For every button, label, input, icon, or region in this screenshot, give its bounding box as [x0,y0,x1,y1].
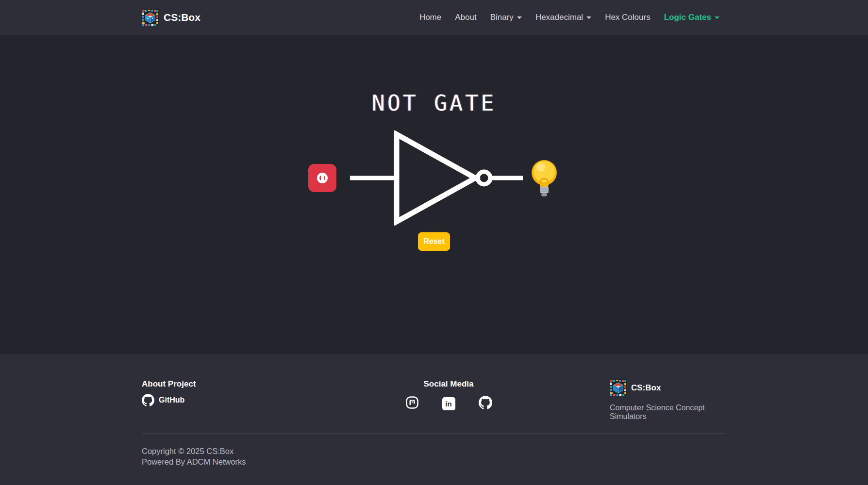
csbox-logo-icon [142,9,159,26]
inversion-bubble [478,172,490,184]
chevron-down-icon [517,16,522,19]
nav-item-label: Hexadecimal [535,13,583,22]
github-icon [142,394,154,406]
linkedin-icon[interactable]: in [442,397,455,410]
not-gate-diagram [308,130,560,226]
brand-text: CS:Box [164,12,200,23]
input-toggle-button[interactable] [308,164,336,192]
about-project-heading: About Project [142,379,287,389]
brand-link[interactable]: CS:Box [142,9,200,26]
github-link[interactable]: GitHub [142,394,287,406]
gate-title: NOT GATE [372,92,497,114]
lightbulb-on-icon [529,159,560,197]
footer-tagline: Computer Science Concept Simulators [610,404,726,421]
nav-menu: Home About Binary Hexadecimal Hex Colour… [413,8,726,27]
nav-item-about[interactable]: About [448,8,483,27]
nav-item-logic-gates[interactable]: Logic Gates [657,8,726,27]
main-content: NOT GATE Reset [0,35,868,354]
nav-item-hexadecimal[interactable]: Hexadecimal [529,8,598,27]
nav-item-hex-colours[interactable]: Hex Colours [598,8,657,27]
nav-item-home[interactable]: Home [413,8,448,27]
navbar: CS:Box Home About Binary Hexadecimal Hex… [0,0,868,35]
github-link-label: GitHub [159,396,184,404]
nav-item-label: Hex Colours [605,13,651,22]
footer: About Project GitHub Social Media [0,354,868,485]
nav-item-label: Home [419,13,441,22]
nav-item-binary[interactable]: Binary [484,8,529,27]
footer-brand-section: CS:Box Computer Science Concept Simulato… [610,379,726,421]
nav-item-label: Binary [490,13,514,22]
inverter-triangle [397,134,475,222]
powered-by-line: Powered By ADCM Networks [142,456,726,467]
reset-button[interactable]: Reset [418,232,450,251]
chevron-down-icon [586,16,591,19]
csbox-logo-icon [610,379,627,396]
copyright-line: Copyright © 2025 CS:Box [142,446,726,456]
copyright-block: Copyright © 2025 CS:Box Powered By ADCM … [142,446,726,468]
nav-item-label: Logic Gates [664,13,711,22]
github-icon[interactable] [479,396,492,411]
not-gate-symbol [350,130,525,226]
footer-about-section: About Project GitHub [142,379,287,421]
footer-social-section: Social Media in [405,379,492,421]
mastodon-icon[interactable] [405,396,419,411]
input-zero-icon-bar [321,173,324,183]
footer-divider [142,434,726,434]
footer-brand-text: CS:Box [631,383,661,393]
footer-brand: CS:Box [610,379,726,396]
social-media-heading: Social Media [424,379,474,389]
nav-item-label: About [455,13,476,22]
chevron-down-icon [715,16,719,19]
